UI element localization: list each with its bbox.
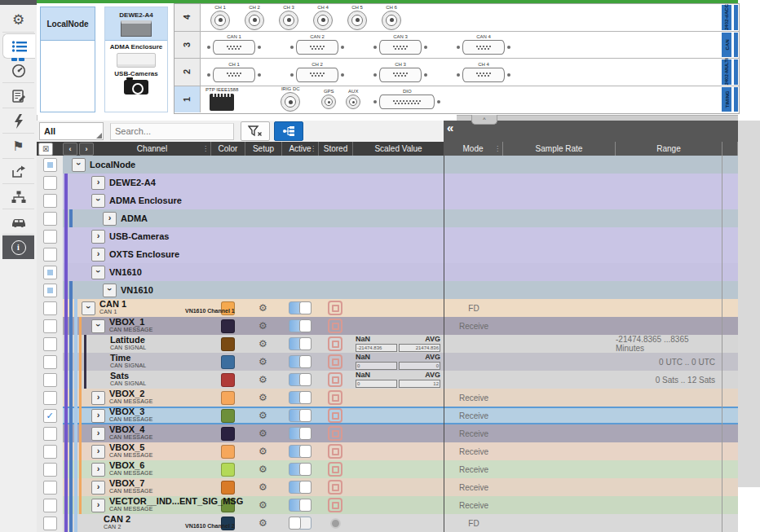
row-checkbox[interactable] (43, 481, 57, 495)
slot-number-3[interactable]: 3 (175, 32, 201, 59)
collapse-node-button[interactable]: › (91, 319, 105, 333)
active-toggle[interactable] (289, 337, 312, 350)
column-header-color[interactable]: Color (210, 142, 245, 156)
row-checkbox[interactable] (43, 427, 57, 441)
slot-number-2[interactable]: 2 (175, 59, 201, 86)
channel-setup-gear-icon[interactable]: ⚙ (258, 321, 267, 331)
channel-row-can-2[interactable]: CAN 2CAN 2VN1610 Channel 2⚙FD (37, 514, 738, 532)
channel-setup-gear-icon[interactable]: ⚙ (258, 357, 267, 367)
expand-node-button[interactable]: › (103, 212, 117, 226)
stored-button[interactable] (328, 462, 342, 477)
channel-color-swatch[interactable] (221, 427, 235, 441)
collapse-node-button[interactable]: › (91, 194, 105, 208)
channel-color-swatch[interactable] (221, 337, 235, 351)
sidebar-item-info[interactable]: i (2, 235, 34, 259)
collapse-node-button[interactable]: › (103, 284, 117, 297)
channel-row-vbox-6[interactable]: ›VBOX_6CAN MESSAGE⚙Receive (37, 460, 738, 478)
channel-setup-gear-icon[interactable]: ⚙ (258, 518, 267, 528)
channel-row-time[interactable]: TimeCAN SIGNAL⚙NaNAVG000 UTC .. 0 UTC (37, 353, 738, 371)
column-header-stored[interactable]: Stored (318, 142, 352, 156)
stored-button[interactable] (328, 354, 342, 369)
device-item-adma-enclosure[interactable]: ADMA Enclosure (105, 41, 167, 68)
channel-setup-gear-icon[interactable]: ⚙ (258, 375, 267, 385)
active-toggle[interactable] (289, 319, 312, 332)
row-checkbox[interactable]: ✓ (43, 409, 57, 423)
active-toggle[interactable] (289, 427, 312, 440)
channel-setup-gear-icon[interactable]: ⚙ (258, 411, 267, 420)
channel-row-vbox-5[interactable]: ›VBOX_5CAN MESSAGE⚙Receive (37, 442, 738, 460)
expand-node-button[interactable]: › (91, 176, 105, 190)
column-header-sample-rate[interactable]: Sample Rate (503, 142, 616, 156)
device-item-usb-cameras[interactable]: USB-Cameras (105, 68, 167, 95)
row-checkbox[interactable] (43, 391, 57, 405)
channel-color-swatch[interactable] (221, 481, 235, 495)
row-checkbox[interactable] (43, 194, 57, 208)
channel-row-usb-cameras[interactable]: ›USB-Cameras (37, 227, 738, 245)
uncheck-all-button[interactable]: ☒ (38, 143, 53, 156)
channel-row-vector-ind-ent-sig-msg[interactable]: ›VECTOR__IND...ENT_SIG_MSGCAN MESSAGE⚙Re… (37, 496, 738, 514)
stored-button[interactable] (328, 480, 342, 495)
channel-setup-gear-icon[interactable]: ⚙ (258, 303, 267, 313)
local-node-box[interactable]: LocalNode (40, 7, 95, 112)
sidebar-item-measure[interactable] (2, 59, 34, 83)
collapse-node-button[interactable]: › (82, 301, 95, 315)
row-checkbox[interactable] (43, 212, 57, 226)
expand-node-button[interactable]: › (91, 481, 105, 495)
row-checkbox[interactable] (43, 517, 57, 530)
sidebar-item-export[interactable] (2, 160, 34, 184)
row-checkbox[interactable] (43, 319, 57, 333)
row-checkbox[interactable] (43, 284, 57, 297)
channel-color-swatch[interactable] (221, 463, 235, 477)
sidebar-item-settings[interactable]: ⚙ (2, 8, 34, 33)
row-checkbox[interactable] (43, 445, 57, 459)
expand-node-button[interactable]: › (91, 463, 105, 477)
stored-button[interactable] (329, 517, 341, 529)
column-header-range[interactable]: Range (616, 142, 722, 156)
expand-node-button[interactable]: › (91, 409, 105, 423)
expand-node-button[interactable]: › (91, 445, 105, 459)
channel-row-vbox-2[interactable]: ›VBOX_2CAN MESSAGE⚙Receive (37, 389, 738, 407)
active-toggle[interactable] (289, 409, 312, 422)
stored-button[interactable] (328, 336, 342, 351)
search-input[interactable] (111, 126, 233, 136)
channel-row-dewe2-a4[interactable]: ›DEWE2-A4 (37, 174, 738, 191)
stored-button[interactable] (328, 301, 342, 315)
slot-number-4[interactable]: 4 (175, 4, 201, 31)
channel-color-swatch[interactable] (221, 355, 235, 369)
nav-back-button[interactable]: ‹ (63, 143, 77, 156)
stored-button[interactable] (328, 444, 342, 459)
collapse-node-button[interactable]: › (91, 266, 105, 279)
row-checkbox[interactable] (43, 230, 57, 244)
collapse-hardware-panel-tab[interactable]: ^ (471, 115, 497, 125)
stored-button[interactable] (328, 319, 342, 333)
channel-color-swatch[interactable] (221, 319, 235, 333)
channel-row-vbox-7[interactable]: ›VBOX_7CAN MESSAGE⚙Receive (37, 478, 738, 496)
active-toggle[interactable] (289, 301, 312, 314)
sidebar-item-vehicle[interactable] (2, 210, 34, 235)
sidebar-item-network[interactable] (2, 185, 34, 209)
channel-setup-gear-icon[interactable]: ⚙ (258, 500, 267, 510)
column-header-active[interactable]: Active⋮ (281, 142, 318, 156)
collapse-node-button[interactable]: › (72, 158, 86, 172)
channel-row-vn1610[interactable]: ›VN1610 (37, 263, 738, 281)
sidebar-item-trigger[interactable] (2, 109, 34, 134)
stored-button[interactable] (328, 390, 342, 405)
column-header-mode[interactable]: Mode⋮ (444, 142, 503, 156)
channel-row-latitude[interactable]: LatitudeCAN SIGNAL⚙NaNAVG-21474.83621474… (37, 335, 738, 353)
active-toggle[interactable] (289, 445, 312, 458)
row-checkbox[interactable] (43, 266, 57, 279)
device-item-dewe2-a4[interactable]: DEWE2-A4 (105, 7, 167, 41)
stored-button[interactable] (328, 498, 342, 512)
channel-row-localnode[interactable]: ›LocalNode (37, 156, 738, 174)
channel-column-header[interactable]: ‹ › Channel ⋮ (63, 142, 210, 156)
active-toggle[interactable] (289, 517, 312, 530)
channel-row-oxts-enclosure[interactable]: ›OXTS Enclosure (37, 245, 738, 263)
row-checkbox[interactable] (43, 499, 57, 512)
column-header-setup[interactable]: Setup (245, 142, 281, 156)
active-toggle[interactable] (289, 463, 312, 476)
channel-color-swatch[interactable] (221, 391, 235, 405)
row-checkbox[interactable] (43, 355, 57, 369)
sidebar-item-reports[interactable] (2, 84, 34, 108)
channel-color-swatch[interactable] (221, 445, 235, 459)
active-toggle[interactable] (289, 481, 312, 494)
